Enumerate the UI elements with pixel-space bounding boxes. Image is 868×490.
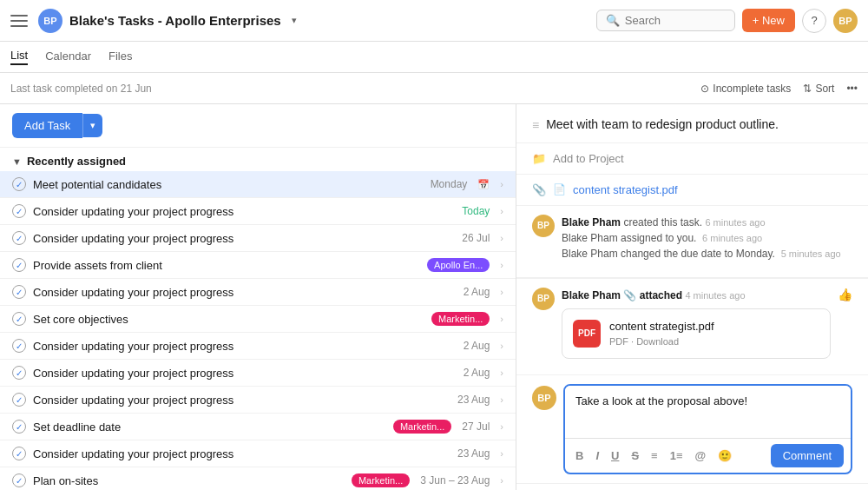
attachment-link[interactable]: content strategist.pdf: [573, 183, 678, 196]
sort-btn[interactable]: ⇅ Sort: [803, 83, 834, 95]
task-title-area: ≡ Meet with team to redesign product out…: [532, 116, 852, 134]
activity-item: BP Blake Pham created this task. 6 minut…: [532, 215, 852, 262]
sub-bar-right: ⊙ Incomplete tasks ⇅ Sort •••: [700, 83, 858, 95]
comment-input[interactable]: Take a look at the proposal above!: [565, 386, 851, 438]
attach-activity-text: Blake Pham 📎 attached 4 minutes ago PDF …: [562, 288, 831, 359]
activity-text: Blake Pham created this task. 6 minutes …: [562, 215, 841, 262]
task-arrow-icon: ›: [500, 260, 503, 270]
like-icon[interactable]: 👍: [838, 288, 852, 301]
add-task-button[interactable]: Add Task: [12, 113, 82, 138]
tab-list[interactable]: List: [10, 49, 28, 65]
underline-button[interactable]: U: [608, 447, 622, 464]
project-title: Blake's Tasks - Apollo Enterprises: [69, 13, 281, 28]
menu-icon[interactable]: [10, 15, 28, 27]
pdf-icon: PDF: [573, 320, 601, 348]
task-name: Set deadline date: [33, 420, 381, 434]
italic-button[interactable]: I: [592, 447, 602, 464]
task-date: 2 Aug: [464, 340, 490, 352]
mention-button[interactable]: @: [692, 447, 710, 464]
table-row[interactable]: ✓ Plan on-sites Marketin... 3 Jun – 23 A…: [0, 467, 516, 490]
task-date: 2 Aug: [464, 286, 490, 298]
task-arrow-icon: ›: [500, 206, 503, 216]
strikethrough-button[interactable]: S: [628, 447, 642, 464]
task-check-icon: ✓: [12, 420, 26, 434]
search-icon: 🔍: [606, 14, 620, 27]
ellipsis-icon: •••: [846, 83, 858, 95]
task-check-icon: ✓: [12, 366, 26, 380]
sub-bar: Last task completed on 21 Jun ⊙ Incomple…: [0, 73, 868, 104]
table-row[interactable]: ✓ Consider updating your project progres…: [0, 360, 516, 387]
task-name: Provide assets from client: [33, 259, 415, 272]
task-name: Set core objectives: [33, 313, 419, 326]
attach-type: PDF · Download: [609, 334, 714, 349]
task-check-icon: ✓: [12, 258, 26, 272]
bold-button[interactable]: B: [572, 447, 587, 464]
search-input[interactable]: [625, 14, 712, 27]
table-row[interactable]: ✓ Consider updating your project progres…: [0, 387, 516, 414]
task-date: 3 Jun – 23 Aug: [420, 474, 490, 487]
task-name: Consider updating your project progress: [33, 205, 455, 218]
calendar-icon: 📅: [477, 179, 490, 190]
task-check-icon: ✓: [12, 339, 26, 353]
table-row[interactable]: ✓ Consider updating your project progres…: [0, 198, 516, 225]
task-name: Consider updating your project progress: [33, 286, 457, 299]
section-title: Recently assigned: [27, 155, 126, 168]
task-arrow-icon: ›: [500, 233, 503, 243]
emoji-button[interactable]: 🙂: [714, 447, 735, 464]
task-check-icon: ✓: [12, 285, 26, 299]
attach-filename: content strategist.pdf: [609, 318, 714, 335]
comment-submit-button[interactable]: Comment: [771, 444, 844, 467]
task-name: Consider updating your project progress: [33, 232, 455, 245]
task-date: Today: [462, 205, 490, 217]
task-date: 23 Aug: [457, 394, 490, 406]
last-task-text: Last task completed on 21 Jun: [10, 83, 152, 95]
more-options-btn[interactable]: •••: [846, 83, 858, 95]
user-avatar[interactable]: BP: [833, 9, 858, 33]
task-check-icon: ✓: [12, 312, 26, 326]
section-header[interactable]: ▼ Recently assigned: [0, 148, 516, 171]
activity-avatar: BP: [532, 215, 555, 237]
add-to-project-label[interactable]: Add to Project: [553, 152, 624, 165]
attachment-activity-item: BP Blake Pham 📎 attached 4 minutes ago P…: [532, 288, 852, 359]
top-bar: BP Blake's Tasks - Apollo Enterprises ▾ …: [0, 0, 868, 42]
comment-box: Take a look at the proposal above! B I U…: [563, 384, 852, 474]
table-row[interactable]: ✓ Consider updating your project progres…: [0, 333, 516, 360]
tab-files[interactable]: Files: [108, 50, 132, 64]
section-arrow-icon: ▼: [12, 156, 22, 167]
file-icon: 📄: [553, 183, 566, 195]
new-button[interactable]: + New: [742, 9, 795, 32]
task-name: Plan on-sites: [33, 474, 339, 487]
main-layout: Add Task ▾ ▼ Recently assigned ✓ Meet po…: [0, 104, 868, 490]
task-tag: Apollo En...: [427, 258, 490, 272]
paperclip-icon: 📎: [532, 183, 546, 196]
comment-toolbar: B I U S ≡ 1≡ @ 🙂 Comment: [565, 438, 851, 473]
task-name: Meet potential candidates: [33, 178, 424, 191]
incomplete-tasks-btn[interactable]: ⊙ Incomplete tasks: [700, 83, 791, 95]
task-date: 2 Aug: [464, 367, 490, 379]
table-row[interactable]: ✓ Meet potential candidates Monday 📅 ›: [0, 171, 516, 198]
task-arrow-icon: ›: [500, 368, 503, 378]
lines-icon: ≡: [532, 118, 539, 132]
attachment-info: content strategist.pdf PDF · Download: [609, 318, 714, 349]
chevron-down-icon[interactable]: ▾: [292, 15, 297, 26]
numbered-list-button[interactable]: 1≡: [667, 447, 687, 464]
table-row[interactable]: ✓ Set core objectives Marketin... ›: [0, 306, 516, 333]
project-icon: 📁: [532, 152, 546, 165]
task-date: 26 Jul: [462, 232, 490, 244]
bullet-list-button[interactable]: ≡: [648, 447, 661, 464]
tab-calendar[interactable]: Calendar: [45, 50, 91, 64]
attachment-row: 📎 📄 content strategist.pdf: [516, 175, 868, 206]
task-check-icon: ✓: [12, 473, 26, 487]
task-arrow-icon: ›: [500, 287, 503, 297]
task-tag: Marketin...: [352, 473, 410, 487]
table-row[interactable]: ✓ Provide assets from client Apollo En..…: [0, 252, 516, 279]
task-name: Consider updating your project progress: [33, 394, 450, 407]
table-row[interactable]: ✓ Consider updating your project progres…: [0, 225, 516, 252]
help-button[interactable]: ?: [802, 9, 826, 33]
task-check-icon: ✓: [12, 447, 26, 460]
add-task-dropdown[interactable]: ▾: [82, 114, 102, 137]
table-row[interactable]: ✓ Set deadline date Marketin... 27 Jul ›: [0, 414, 516, 440]
table-row[interactable]: ✓ Consider updating your project progres…: [0, 279, 516, 306]
nav-tabs: List Calendar Files: [0, 42, 868, 73]
table-row[interactable]: ✓ Consider updating your project progres…: [0, 440, 516, 467]
